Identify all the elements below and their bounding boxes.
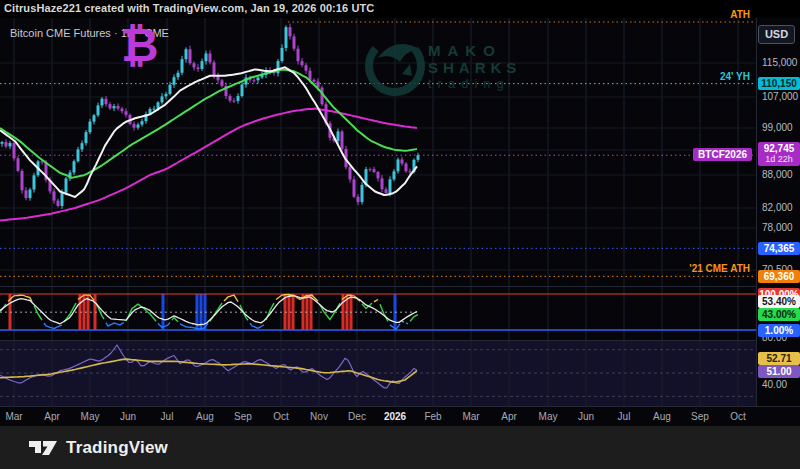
time-axis-label: Oct	[730, 411, 746, 422]
time-axis-label: Sep	[234, 411, 252, 422]
shark-logo-icon	[362, 28, 428, 104]
price-axis[interactable]: 115,000107,00099,00094,00088,00082,00078…	[756, 18, 800, 406]
price-badge: 53.40%	[758, 295, 800, 308]
price-badge: 51.00	[758, 365, 800, 378]
watermark-line1: MAKO	[428, 42, 502, 59]
stoch-fast-line	[406, 323, 408, 324]
price-badge: 43.00%	[758, 308, 800, 321]
countdown-label: 1d 22h	[758, 154, 800, 165]
bitcoin-icon: ₿	[121, 22, 159, 68]
stoch-fast-line	[172, 318, 178, 322]
stoch-panel	[0, 294, 756, 330]
level-label-yh-24: 24' YH	[720, 71, 750, 82]
footer-bar: TradingView	[0, 426, 800, 469]
tradingview-snapshot: CitrusHaze221 created with TradingView.c…	[0, 0, 800, 469]
axis-tick-label: 99,000	[762, 122, 793, 133]
time-axis-label: Mar	[462, 411, 479, 422]
time-axis-label: Aug	[196, 411, 214, 422]
tradingview-logo-icon[interactable]	[28, 438, 58, 458]
stoch-fast-line	[374, 300, 378, 302]
chart-pane[interactable]: MAKO SHARKS trading Bitcoin CME Futures …	[0, 18, 800, 426]
time-axis-label: Oct	[273, 411, 289, 422]
level-label-btcf2026-last: BTCF2026	[693, 148, 752, 161]
axis-tick-label: 40.00	[762, 379, 787, 390]
stoch-fast-line	[410, 315, 418, 322]
time-axis-label: Jul	[618, 411, 631, 422]
stoch-slow-line	[0, 296, 417, 325]
level-label-ath: ATH	[730, 9, 750, 20]
axis-tick-label: 88,000	[762, 169, 793, 180]
time-axis[interactable]: MarAprMayJunJulAugSepOctNovDec2026FebMar…	[0, 406, 800, 426]
time-axis-label: Nov	[310, 411, 328, 422]
price-badge: 69,360	[758, 270, 800, 283]
currency-toggle-button[interactable]: USD	[758, 25, 795, 44]
time-axis-label: Feb	[424, 411, 441, 422]
brand-watermark: MAKO SHARKS trading	[362, 28, 572, 108]
attribution-text: CitrusHaze221 created with TradingView.c…	[4, 2, 374, 14]
price-badge: 52.71	[758, 352, 800, 365]
axis-tick-label: 82,000	[762, 202, 793, 213]
time-axis-label: Aug	[653, 411, 671, 422]
time-axis-label: Apr	[44, 411, 60, 422]
price-badge: 1.00%	[758, 324, 800, 337]
stoch-fast-line	[224, 295, 238, 302]
price-badge: 110,150	[758, 77, 800, 90]
attribution-bar: CitrusHaze221 created with TradingView.c…	[0, 0, 800, 18]
axis-tick-label: 107,000	[762, 91, 798, 102]
time-axis-label: 2026	[384, 411, 406, 422]
time-axis-label: May	[81, 411, 100, 422]
watermark-line3: trading	[428, 76, 510, 91]
time-axis-label: Apr	[501, 411, 517, 422]
price-badge: 92,7451d 22h	[758, 142, 800, 166]
ma-mid-line	[0, 70, 417, 178]
time-axis-label: Sep	[691, 411, 709, 422]
axis-tick-label: 115,000	[762, 57, 797, 68]
time-axis-label: Mar	[5, 411, 22, 422]
tradingview-brand[interactable]: TradingView	[66, 438, 168, 458]
price-badge: 74,365	[758, 242, 800, 255]
stoch-fast-line	[402, 321, 404, 322]
time-axis-label: May	[539, 411, 558, 422]
level-label-cme-ath-21: '21 CME ATH	[689, 263, 750, 274]
time-axis-label: Jun	[120, 411, 136, 422]
stoch-fast-line	[250, 323, 264, 328]
stoch-fast-line	[106, 323, 124, 327]
watermark-line2: SHARKS	[428, 59, 521, 76]
time-axis-label: Dec	[348, 411, 366, 422]
time-axis-label: Jun	[578, 411, 594, 422]
axis-tick-label: 78,000	[762, 222, 793, 233]
time-axis-label: Jul	[161, 411, 174, 422]
